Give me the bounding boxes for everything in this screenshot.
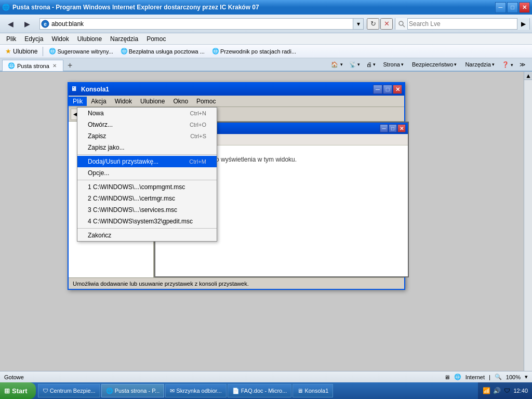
taskbar-item-0[interactable]: 🛡 Centrum Bezpie... (38, 384, 100, 397)
favorites-bar: ★ Ulubione 🌐 Sugerowane witryny... 🌐 Bez… (0, 45, 532, 58)
rss-icon: 📡 (349, 61, 356, 68)
menu-recent-1[interactable]: 1 C:\WINDOWS\...\compmgmt.msc (77, 181, 217, 193)
mmc-inner-restore[interactable]: □ (389, 124, 397, 132)
file-menu-dropdown: Nowa Ctrl+N Otwórz... Ctrl+O Zapisz Ctrl… (77, 107, 217, 242)
new-tab-button[interactable]: + (64, 60, 76, 71)
address-input[interactable] (50, 19, 353, 29)
menu-edycja[interactable]: Edycja (20, 34, 47, 44)
ie-window-buttons: ─ □ ✕ (495, 2, 530, 13)
menu-dodaj-usun-shortcut: Ctrl+M (189, 158, 206, 165)
menu-ulubione[interactable]: Ulubione (73, 34, 106, 44)
menu-recent-4[interactable]: 4 C:\WINDOWS\system32\gpedit.msc (77, 216, 217, 227)
menu-otworz[interactable]: Otwórz... Ctrl+O (77, 119, 217, 130)
menu-recent-3[interactable]: 3 C:\WINDOWS\...\services.msc (77, 204, 217, 216)
scroll-up-button[interactable]: ▲ (524, 72, 532, 80)
main-layout: 🌐 Pusta strona - Program Windows Interne… (0, 0, 532, 399)
menu-recent-3-label: 3 C:\WINDOWS\...\services.msc (88, 206, 177, 214)
stop-button[interactable]: ✕ (380, 18, 393, 30)
print-icon: 🖨 (366, 61, 372, 68)
menu-dodaj-usun[interactable]: Dodaj/Usuń przystawkę... Ctrl+M (77, 156, 217, 167)
taskbar-item-1[interactable]: 🌐 Pusta strona - P... (101, 384, 165, 397)
menu-pomoc[interactable]: Pomoc (142, 34, 170, 44)
home-icon: 🏠 (331, 61, 338, 68)
help-button[interactable]: ❓ ▾ (500, 61, 515, 68)
rss-dropdown-icon: ▾ (357, 62, 360, 67)
taskbar-icon-3: 📄 (232, 388, 240, 394)
menu-zapisz-jako-label: Zapisz jako... (88, 144, 125, 151)
zoom-dropdown[interactable]: ▾ (525, 374, 528, 380)
vertical-scrollbar[interactable]: ▲ (524, 72, 532, 371)
taskbar-tray: 📶 🔊 🛡 12:40 (478, 382, 532, 399)
print-button[interactable]: 🖨 ▾ (364, 61, 378, 68)
mmc-close-button[interactable]: ✕ (393, 85, 402, 94)
back-button[interactable]: ◀ (2, 17, 19, 31)
menu-recent-1-label: 1 C:\WINDOWS\...\compmgmt.msc (88, 183, 185, 191)
help-dropdown-icon: ▾ (511, 62, 513, 68)
ie-restore-button[interactable]: □ (507, 2, 518, 13)
mmc-menu-ulubione[interactable]: Ulubione (136, 97, 169, 106)
mmc-menu-plik[interactable]: Plik (69, 97, 87, 106)
fav-link-1[interactable]: 🌐 Bezpłatna usługa pocztowa ... (117, 46, 208, 56)
mmc-inner-minimize[interactable]: ─ (380, 124, 388, 132)
tab-cmd-row: 🌐 Pusta strona ✕ + 🏠 ▾ 📡 ▾ 🖨 (0, 58, 532, 72)
protected-mode-icon: | (489, 374, 490, 380)
menu-recent-2[interactable]: 2 C:\WINDOWS\...\certmgr.msc (77, 193, 217, 204)
menu-zapisz[interactable]: Zapisz Ctrl+S (77, 130, 217, 142)
menu-recent-2-label: 2 C:\WINDOWS\...\certmgr.msc (88, 195, 175, 202)
mmc-menu-akcja[interactable]: Akcja (87, 97, 110, 106)
search-input[interactable] (408, 20, 517, 28)
mmc-minimize-button[interactable]: ─ (373, 85, 382, 94)
ie-menu-bar: Plik Edycja Widok Ulubione Narzędzia Pom… (0, 33, 532, 45)
mmc-restore-button[interactable]: □ (383, 85, 392, 94)
taskbar-label-2: Skrzynka odbior... (176, 388, 221, 394)
home-button[interactable]: 🏠 ▾ (329, 61, 345, 68)
tab-pusta-strona[interactable]: 🌐 Pusta strona ✕ (2, 60, 63, 71)
fav-link-2[interactable]: 🌐 Przewodnik po stacjach radi... (208, 46, 300, 56)
menu-plik[interactable]: Plik (2, 34, 20, 44)
toolbar-options-icon: ≫ (520, 61, 526, 68)
toolbar-options-button[interactable]: ≫ (517, 61, 528, 68)
favorites-button[interactable]: ★ Ulubione (2, 46, 41, 56)
mmc-statusbar: Umożliwia dodawanie lub usuwanie przysta… (69, 277, 404, 289)
fav-icon-1: 🌐 (121, 48, 128, 55)
menu-zakoncz-label: Zakończ (88, 232, 111, 239)
refresh-button[interactable]: ↻ (367, 18, 379, 30)
menu-widok[interactable]: Widok (47, 34, 73, 44)
fav-link-0[interactable]: 🌐 Sugerowane witryny... (45, 46, 116, 56)
bezpieczenstwo-dropdown-icon: ▾ (454, 62, 457, 67)
taskbar-item-3[interactable]: 📄 FAQ.doc - Micro... (228, 384, 292, 397)
ie-titlebar: 🌐 Pusta strona - Program Windows Interne… (0, 0, 532, 15)
menu-nowa[interactable]: Nowa Ctrl+N (77, 108, 217, 119)
address-dropdown-button[interactable]: ▾ (353, 19, 363, 29)
rss-button[interactable]: 📡 ▾ (347, 61, 362, 68)
mmc-inner-close[interactable]: ✕ (397, 124, 406, 132)
strona-dropdown-icon: ▾ (401, 62, 404, 67)
fav-icon-0: 🌐 (49, 48, 56, 55)
tab-close-button[interactable]: ✕ (51, 63, 58, 69)
bezpieczenstwo-button[interactable]: Bezpieczeństwo ▾ (409, 60, 460, 69)
menu-zapisz-jako[interactable]: Zapisz jako... (77, 142, 217, 153)
menu-zakoncz[interactable]: Zakończ (77, 230, 217, 241)
ie-minimize-button[interactable]: ─ (495, 2, 506, 13)
taskbar-item-4[interactable]: 🖥 Konsola1 (292, 384, 333, 397)
forward-button[interactable]: ▶ (19, 17, 35, 31)
taskbar-item-2[interactable]: ✉ Skrzynka odbior... (165, 384, 226, 397)
menu-dodaj-usun-label: Dodaj/Usuń przystawkę... (88, 158, 158, 165)
narzedzia-dropdown-icon: ▾ (492, 62, 495, 67)
narzedzia-cmd-button[interactable]: Narzędzia ▾ (462, 60, 498, 69)
mmc-menu-okno[interactable]: Okno (169, 97, 192, 106)
ie-close-button[interactable]: ✕ (519, 2, 530, 13)
menu-narzedzia[interactable]: Narzędzia (106, 34, 142, 44)
zoom-level: 100% (506, 374, 521, 380)
mmc-menu-widok[interactable]: Widok (111, 97, 136, 106)
mmc-menu-pomoc[interactable]: Pomoc (192, 97, 220, 106)
favorites-star-icon: ★ (5, 47, 11, 55)
strona-button[interactable]: Strona ▾ (380, 60, 406, 69)
search-go-button[interactable]: ▶ (517, 18, 529, 30)
address-icon: e (40, 19, 50, 29)
menu-opcje[interactable]: Opcje... (77, 167, 217, 179)
print-dropdown-icon: ▾ (373, 62, 376, 67)
ie-navigation-toolbar: ◀ ▶ e ▾ ↻ ✕ (0, 15, 532, 33)
mmc-title-text: Konsola1 (81, 86, 373, 93)
start-button[interactable]: ⊞ Start (0, 382, 36, 399)
